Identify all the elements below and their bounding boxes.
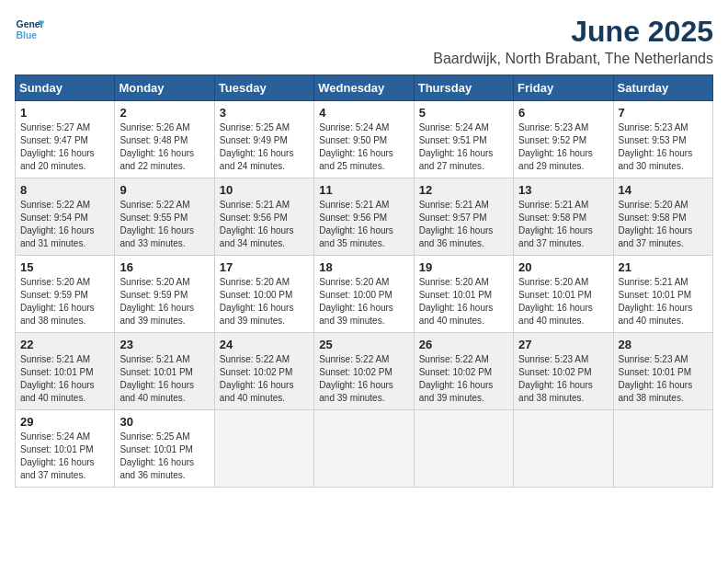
day-number: 3: [220, 106, 309, 120]
day-number: 5: [419, 106, 508, 120]
day-number: 21: [619, 260, 708, 274]
weekday-header-monday: Monday: [115, 75, 214, 101]
day-number: 15: [20, 260, 109, 274]
day-info: Sunrise: 5:20 AM Sunset: 9:59 PM Dayligh…: [20, 276, 109, 327]
day-number: 26: [419, 338, 508, 351]
weekday-header-wednesday: Wednesday: [314, 75, 414, 101]
calendar-day-cell: [314, 410, 414, 488]
day-number: 11: [319, 183, 408, 197]
calendar-day-cell: 29Sunrise: 5:24 AM Sunset: 10:01 PM Dayl…: [16, 410, 115, 488]
calendar-day-cell: 23Sunrise: 5:21 AM Sunset: 10:01 PM Dayl…: [115, 333, 214, 410]
day-info: Sunrise: 5:23 AM Sunset: 9:53 PM Dayligh…: [619, 121, 708, 173]
calendar-day-cell: 2Sunrise: 5:26 AM Sunset: 9:48 PM Daylig…: [115, 101, 214, 178]
calendar-day-cell: 10Sunrise: 5:21 AM Sunset: 9:56 PM Dayli…: [214, 178, 313, 256]
day-info: Sunrise: 5:21 AM Sunset: 10:01 PM Daylig…: [119, 353, 209, 405]
calendar-day-cell: 20Sunrise: 5:20 AM Sunset: 10:01 PM Dayl…: [514, 256, 613, 333]
calendar-day-cell: [214, 410, 313, 488]
day-number: 6: [518, 106, 608, 120]
day-number: 27: [518, 338, 608, 351]
calendar-subtitle: Baardwijk, North Brabant, The Netherland…: [433, 51, 713, 67]
day-info: Sunrise: 5:20 AM Sunset: 10:01 PM Daylig…: [518, 276, 608, 327]
calendar-day-cell: 15Sunrise: 5:20 AM Sunset: 9:59 PM Dayli…: [16, 256, 115, 333]
day-info: Sunrise: 5:23 AM Sunset: 10:02 PM Daylig…: [518, 353, 608, 405]
day-number: 9: [119, 183, 209, 197]
calendar-day-cell: 25Sunrise: 5:22 AM Sunset: 10:02 PM Dayl…: [314, 333, 414, 410]
calendar-day-cell: 8Sunrise: 5:22 AM Sunset: 9:54 PM Daylig…: [16, 178, 115, 256]
calendar-day-cell: 6Sunrise: 5:23 AM Sunset: 9:52 PM Daylig…: [514, 101, 613, 178]
day-number: 28: [619, 338, 708, 351]
day-info: Sunrise: 5:20 AM Sunset: 10:01 PM Daylig…: [419, 276, 508, 327]
day-number: 30: [119, 415, 209, 429]
weekday-header-saturday: Saturday: [613, 75, 712, 101]
calendar-day-cell: 13Sunrise: 5:21 AM Sunset: 9:58 PM Dayli…: [514, 178, 613, 256]
day-number: 18: [319, 260, 408, 274]
calendar-week-row: 1Sunrise: 5:27 AM Sunset: 9:47 PM Daylig…: [16, 101, 713, 178]
calendar-day-cell: 17Sunrise: 5:20 AM Sunset: 10:00 PM Dayl…: [214, 256, 313, 333]
day-number: 16: [119, 260, 209, 274]
day-info: Sunrise: 5:25 AM Sunset: 10:01 PM Daylig…: [119, 431, 209, 482]
logo-icon: General Blue: [15, 15, 44, 44]
calendar-day-cell: 24Sunrise: 5:22 AM Sunset: 10:02 PM Dayl…: [214, 333, 313, 410]
calendar-day-cell: 19Sunrise: 5:20 AM Sunset: 10:01 PM Dayl…: [414, 256, 513, 333]
day-number: 1: [20, 106, 109, 120]
day-info: Sunrise: 5:27 AM Sunset: 9:47 PM Dayligh…: [20, 121, 109, 173]
weekday-header-row: SundayMondayTuesdayWednesdayThursdayFrid…: [16, 75, 713, 101]
calendar-day-cell: 22Sunrise: 5:21 AM Sunset: 10:01 PM Dayl…: [16, 333, 115, 410]
title-block: June 2025 Baardwijk, North Brabant, The …: [433, 15, 713, 67]
day-number: 4: [319, 106, 408, 120]
day-info: Sunrise: 5:20 AM Sunset: 9:58 PM Dayligh…: [619, 199, 708, 250]
weekday-header-thursday: Thursday: [414, 75, 513, 101]
calendar-day-cell: 7Sunrise: 5:23 AM Sunset: 9:53 PM Daylig…: [613, 101, 712, 178]
calendar-week-row: 22Sunrise: 5:21 AM Sunset: 10:01 PM Dayl…: [16, 333, 713, 410]
day-info: Sunrise: 5:20 AM Sunset: 10:00 PM Daylig…: [220, 276, 309, 327]
calendar-day-cell: 9Sunrise: 5:22 AM Sunset: 9:55 PM Daylig…: [115, 178, 214, 256]
calendar-week-row: 8Sunrise: 5:22 AM Sunset: 9:54 PM Daylig…: [16, 178, 713, 256]
calendar-day-cell: 5Sunrise: 5:24 AM Sunset: 9:51 PM Daylig…: [414, 101, 513, 178]
calendar-table: SundayMondayTuesdayWednesdayThursdayFrid…: [15, 75, 713, 488]
day-number: 23: [119, 338, 209, 351]
day-number: 25: [319, 338, 408, 351]
day-number: 8: [20, 183, 109, 197]
day-info: Sunrise: 5:21 AM Sunset: 9:58 PM Dayligh…: [518, 199, 608, 250]
calendar-day-cell: 27Sunrise: 5:23 AM Sunset: 10:02 PM Dayl…: [514, 333, 613, 410]
day-info: Sunrise: 5:24 AM Sunset: 10:01 PM Daylig…: [20, 431, 109, 482]
day-info: Sunrise: 5:22 AM Sunset: 10:02 PM Daylig…: [419, 353, 508, 405]
day-info: Sunrise: 5:23 AM Sunset: 10:01 PM Daylig…: [619, 353, 708, 405]
weekday-header-sunday: Sunday: [16, 75, 115, 101]
page-header: General Blue June 2025 Baardwijk, North …: [15, 15, 713, 67]
day-info: Sunrise: 5:21 AM Sunset: 10:01 PM Daylig…: [20, 353, 109, 405]
day-number: 13: [518, 183, 608, 197]
logo: General Blue: [15, 15, 44, 44]
calendar-day-cell: 12Sunrise: 5:21 AM Sunset: 9:57 PM Dayli…: [414, 178, 513, 256]
day-number: 17: [220, 260, 309, 274]
calendar-day-cell: 14Sunrise: 5:20 AM Sunset: 9:58 PM Dayli…: [613, 178, 712, 256]
calendar-day-cell: 18Sunrise: 5:20 AM Sunset: 10:00 PM Dayl…: [314, 256, 414, 333]
day-number: 19: [419, 260, 508, 274]
day-number: 29: [20, 415, 109, 429]
day-info: Sunrise: 5:24 AM Sunset: 9:50 PM Dayligh…: [319, 121, 408, 173]
calendar-week-row: 29Sunrise: 5:24 AM Sunset: 10:01 PM Dayl…: [16, 410, 713, 488]
day-info: Sunrise: 5:22 AM Sunset: 9:54 PM Dayligh…: [20, 199, 109, 250]
day-info: Sunrise: 5:21 AM Sunset: 9:56 PM Dayligh…: [319, 199, 408, 250]
day-number: 12: [419, 183, 508, 197]
day-info: Sunrise: 5:25 AM Sunset: 9:49 PM Dayligh…: [220, 121, 309, 173]
calendar-title: June 2025: [433, 15, 713, 49]
calendar-day-cell: 1Sunrise: 5:27 AM Sunset: 9:47 PM Daylig…: [16, 101, 115, 178]
calendar-day-cell: [414, 410, 513, 488]
calendar-day-cell: 21Sunrise: 5:21 AM Sunset: 10:01 PM Dayl…: [613, 256, 712, 333]
day-info: Sunrise: 5:20 AM Sunset: 10:00 PM Daylig…: [319, 276, 408, 327]
weekday-header-tuesday: Tuesday: [214, 75, 313, 101]
day-info: Sunrise: 5:21 AM Sunset: 9:56 PM Dayligh…: [220, 199, 309, 250]
day-info: Sunrise: 5:22 AM Sunset: 9:55 PM Dayligh…: [119, 199, 209, 250]
calendar-day-cell: [613, 410, 712, 488]
day-number: 14: [619, 183, 708, 197]
calendar-day-cell: 26Sunrise: 5:22 AM Sunset: 10:02 PM Dayl…: [414, 333, 513, 410]
calendar-day-cell: 28Sunrise: 5:23 AM Sunset: 10:01 PM Dayl…: [613, 333, 712, 410]
calendar-week-row: 15Sunrise: 5:20 AM Sunset: 9:59 PM Dayli…: [16, 256, 713, 333]
day-info: Sunrise: 5:20 AM Sunset: 9:59 PM Dayligh…: [119, 276, 209, 327]
day-info: Sunrise: 5:22 AM Sunset: 10:02 PM Daylig…: [220, 353, 309, 405]
calendar-day-cell: 11Sunrise: 5:21 AM Sunset: 9:56 PM Dayli…: [314, 178, 414, 256]
day-info: Sunrise: 5:21 AM Sunset: 9:57 PM Dayligh…: [419, 199, 508, 250]
calendar-day-cell: 3Sunrise: 5:25 AM Sunset: 9:49 PM Daylig…: [214, 101, 313, 178]
day-info: Sunrise: 5:24 AM Sunset: 9:51 PM Dayligh…: [419, 121, 508, 173]
